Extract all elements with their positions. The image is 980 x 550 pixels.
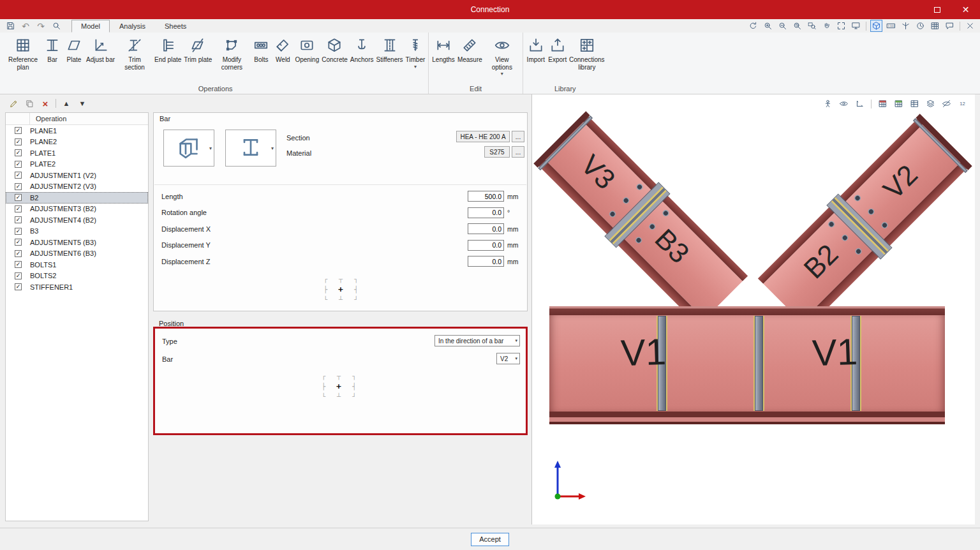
tab-sheets[interactable]: Sheets xyxy=(155,20,196,33)
checkbox[interactable]: ✓ xyxy=(15,194,22,201)
fit-view-icon[interactable] xyxy=(835,20,847,32)
zoom-out-icon[interactable] xyxy=(776,20,789,32)
checkbox[interactable]: ✓ xyxy=(15,183,22,190)
operation-row[interactable]: ✓ADJUSTMENT6 (B3) xyxy=(6,248,148,260)
zoom-in-icon[interactable] xyxy=(762,20,774,32)
operation-row[interactable]: ✓ADJUSTMENT4 (B2) xyxy=(6,214,148,226)
ribbon-button-stiffeners[interactable]: Stiffeners xyxy=(375,34,404,65)
align-mark[interactable]: ┤ xyxy=(348,284,364,294)
copy-icon[interactable] xyxy=(24,98,35,109)
align-mark[interactable]: ├ xyxy=(318,284,333,294)
operation-row[interactable]: ✓PLATE2 xyxy=(6,159,148,170)
comment-icon[interactable] xyxy=(944,20,956,32)
align-mark[interactable]: ├ xyxy=(316,381,331,391)
align-mark[interactable]: ┌ xyxy=(316,371,331,381)
displacement-z-input[interactable] xyxy=(468,256,504,267)
align-mark[interactable]: ┬ xyxy=(331,371,346,381)
tab-analysis[interactable]: Analysis xyxy=(110,20,155,33)
operation-row[interactable]: ✓ADJUSTMENT2 (V3) xyxy=(6,181,148,193)
checkbox[interactable]: ✓ xyxy=(15,149,22,156)
align-mark[interactable]: └ xyxy=(316,391,331,401)
accept-button[interactable]: Accept xyxy=(471,533,509,546)
material-more-button[interactable]: ... xyxy=(512,146,524,158)
align-mark[interactable]: ┴ xyxy=(331,391,346,401)
ucs-icon[interactable] xyxy=(854,98,866,110)
ribbon-button-bolts[interactable]: Bolts xyxy=(250,34,272,65)
operation-row[interactable]: ✓ADJUSTMENT3 (B2) xyxy=(6,204,148,215)
operation-row[interactable]: ✓STIFFENER1 xyxy=(6,281,148,293)
align-mark[interactable]: ┌ xyxy=(318,274,333,284)
align-center-mark[interactable]: + xyxy=(331,381,346,391)
ribbon-button-adjust-bar[interactable]: Adjust bar xyxy=(85,34,116,65)
displacement-y-input[interactable] xyxy=(468,240,504,251)
checkbox[interactable]: ✓ xyxy=(15,283,22,290)
close-button[interactable]: ✕ xyxy=(951,0,980,19)
ribbon-button-bar[interactable]: Bar xyxy=(41,34,63,65)
operation-row[interactable]: ✓ADJUSTMENT1 (V2) xyxy=(6,170,148,181)
section-more-button[interactable]: ... xyxy=(512,131,524,142)
view-direction-icon[interactable] xyxy=(838,98,850,110)
rotate-view-icon[interactable] xyxy=(747,20,759,32)
ribbon-button-trim-section[interactable]: Trim section xyxy=(116,34,153,72)
align-mark[interactable]: ┐ xyxy=(348,274,364,284)
checkbox[interactable]: ✓ xyxy=(15,228,22,235)
operation-row[interactable]: ✓PLANE2 xyxy=(6,137,148,148)
align-center-mark[interactable]: + xyxy=(333,284,348,294)
report-table-icon[interactable] xyxy=(929,20,941,32)
ribbon-button-opening[interactable]: Opening xyxy=(293,34,320,65)
beam-b3-v3[interactable]: V3 B3 xyxy=(536,114,748,325)
plate-colors-icon[interactable] xyxy=(893,98,905,110)
ribbon-button-connections-library[interactable]: Connections library xyxy=(568,34,605,72)
checkbox[interactable]: ✓ xyxy=(15,161,22,168)
view-history-icon[interactable] xyxy=(914,20,926,32)
undo-icon[interactable]: ↶ xyxy=(19,20,32,32)
hide-objects-icon[interactable] xyxy=(940,98,953,110)
ribbon-button-timber[interactable]: Timber▾ xyxy=(405,34,427,71)
zoom-window-icon[interactable] xyxy=(806,20,818,32)
section-value-button[interactable]: HEA - HE 200 A xyxy=(456,131,510,142)
numbering-icon[interactable]: 12 xyxy=(956,98,969,110)
checkbox[interactable]: ✓ xyxy=(15,138,22,145)
shaded-view-icon[interactable] xyxy=(870,20,882,32)
ribbon-button-concrete[interactable]: Concrete xyxy=(320,34,349,65)
align-mark[interactable]: └ xyxy=(318,294,333,304)
save-icon[interactable] xyxy=(4,20,17,32)
ribbon-button-view-options[interactable]: View options▾ xyxy=(484,34,521,78)
operation-row[interactable]: ✓PLATE1 xyxy=(6,147,148,159)
redo-icon[interactable]: ↷ xyxy=(34,20,47,32)
align-mark[interactable]: ┘ xyxy=(348,294,364,304)
bar-dropdown[interactable]: V2 ▾ xyxy=(496,353,520,364)
search-icon[interactable] xyxy=(50,20,63,32)
rotation-angle-input[interactable] xyxy=(468,207,504,218)
close-pane-icon[interactable] xyxy=(964,20,976,32)
full-screen-icon[interactable] xyxy=(850,20,862,32)
pan-icon[interactable] xyxy=(820,20,833,32)
human-figure-icon[interactable] xyxy=(822,98,834,110)
checkbox[interactable]: ✓ xyxy=(15,205,22,212)
ribbon-button-reference-plan[interactable]: Reference plan xyxy=(4,34,41,72)
checkbox[interactable]: ✓ xyxy=(15,172,22,179)
align-mark[interactable]: ┴ xyxy=(333,294,348,304)
section-shape-picker[interactable]: ▾ xyxy=(225,130,276,167)
restore-button[interactable] xyxy=(923,0,951,19)
ribbon-button-import[interactable]: Import xyxy=(525,34,547,65)
beam-v1[interactable]: V1 V1 xyxy=(549,306,945,424)
align-mark[interactable]: ┤ xyxy=(346,381,362,391)
ribbon-button-anchors[interactable]: Anchors xyxy=(349,34,375,65)
ribbon-button-plate[interactable]: Plate xyxy=(63,34,85,65)
checkbox[interactable]: ✓ xyxy=(15,261,22,268)
results-table-icon[interactable] xyxy=(909,98,921,110)
ribbon-button-weld[interactable]: Weld xyxy=(272,34,293,65)
material-value-button[interactable]: S275 xyxy=(484,146,510,158)
zoom-all-icon[interactable] xyxy=(791,20,803,32)
type-dropdown[interactable]: In the direction of a bar ▾ xyxy=(434,335,520,346)
titlebar[interactable]: Connection ✕ xyxy=(0,0,980,19)
ribbon-button-modify-corners[interactable]: Modify corners xyxy=(213,34,250,72)
ribbon-button-lengths[interactable]: Lengths xyxy=(431,34,456,65)
ribbon-button-trim-plate[interactable]: Trim plate xyxy=(182,34,213,65)
viewport[interactable]: 12 V3 B3 B2 V2 V xyxy=(531,94,975,524)
tab-model[interactable]: Model xyxy=(71,20,110,33)
operation-row[interactable]: ✓B2 xyxy=(6,192,148,204)
operation-row[interactable]: ✓ADJUSTMENT5 (B3) xyxy=(6,237,148,248)
align-mark[interactable]: ┐ xyxy=(346,371,362,381)
